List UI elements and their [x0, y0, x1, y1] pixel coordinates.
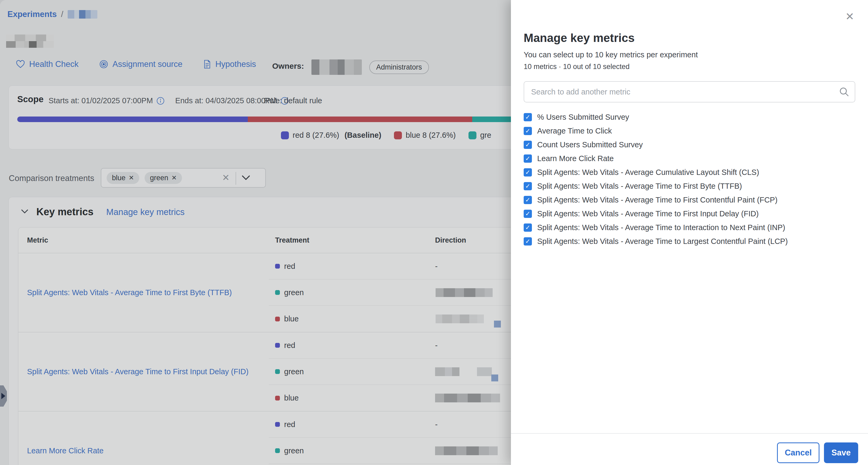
panel-title: Manage key metrics: [524, 31, 634, 45]
search-input[interactable]: [524, 81, 855, 103]
metric-checkbox[interactable]: ✓: [524, 210, 532, 218]
search-icon: [839, 87, 849, 98]
list-item: ✓ Learn More Click Rate: [524, 151, 855, 165]
screen: Experiments / Health Check: [0, 0, 868, 465]
list-item: ✓ Split Agents: Web Vitals - Average Tim…: [524, 193, 855, 207]
metric-search: [524, 81, 855, 103]
list-item: ✓ Split Agents: Web Vitals - Average Tim…: [524, 234, 855, 248]
panel-footer: Cancel Save: [511, 433, 868, 465]
list-item: ✓ Split Agents: Web Vitals - Average Tim…: [524, 221, 855, 234]
metric-checkbox[interactable]: ✓: [524, 127, 532, 135]
manage-key-metrics-panel: ✕ Manage key metrics You can select up t…: [511, 0, 868, 465]
list-item: ✓ Split Agents: Web Vitals - Average Tim…: [524, 179, 855, 193]
metric-checkbox[interactable]: ✓: [524, 182, 532, 190]
list-item: ✓ Average Time to Click: [524, 124, 855, 138]
metrics-count-summary: 10 metrics · 10 out of 10 selected: [524, 63, 629, 71]
metric-checkbox[interactable]: ✓: [524, 141, 532, 149]
metric-checkbox-list: ✓ % Users Submitted Survey ✓ Average Tim…: [524, 110, 855, 248]
metric-checkbox[interactable]: ✓: [524, 237, 532, 245]
panel-subtitle: You can select up to 10 key metrics per …: [524, 51, 698, 59]
list-item: ✓ Split Agents: Web Vitals - Average Tim…: [524, 207, 855, 221]
metric-checkbox[interactable]: ✓: [524, 154, 532, 163]
metric-checkbox[interactable]: ✓: [524, 224, 532, 232]
metric-checkbox[interactable]: ✓: [524, 168, 532, 176]
metric-checkbox[interactable]: ✓: [524, 196, 532, 204]
metric-checkbox[interactable]: ✓: [524, 113, 532, 121]
close-icon[interactable]: ✕: [845, 11, 854, 22]
list-item: ✓ % Users Submitted Survey: [524, 110, 855, 124]
list-item: ✓ Split Agents: Web Vitals - Average Cum…: [524, 165, 855, 179]
list-item: ✓ Count Users Submitted Survey: [524, 138, 855, 151]
cancel-button[interactable]: Cancel: [777, 442, 819, 463]
save-button[interactable]: Save: [824, 442, 858, 463]
